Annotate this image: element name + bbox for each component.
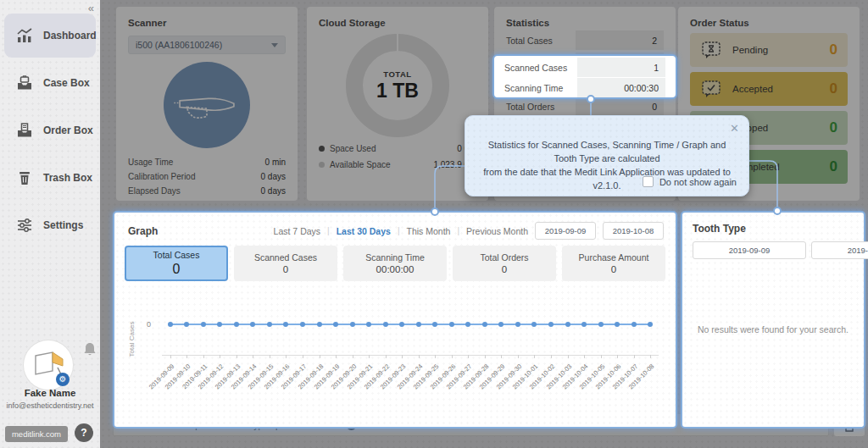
sidebar-nav: Dashboard Case Box Order Box (0, 14, 100, 251)
data-point-cell (509, 319, 526, 329)
data-point-cell (427, 319, 444, 329)
stat-label: Scanning Time (504, 83, 563, 93)
stat-row-scanning-time-highlight: Scanning Time 00:00:30 (504, 78, 665, 97)
meditlink-site-button[interactable]: meditlink.com (5, 426, 68, 442)
filter-last-30-days[interactable]: Last 30 Days (337, 226, 391, 236)
plot-area: 2019-09-092019-09-102019-09-112019-09-12… (162, 293, 659, 422)
user-email: info@estheticdentistry.net (0, 401, 100, 410)
app-window: « Dashboard Case Box (0, 0, 868, 448)
tab-total-cases[interactable]: Total Cases 0 (125, 246, 228, 281)
data-point (283, 322, 288, 327)
do-not-show-again-checkbox[interactable] (643, 176, 654, 187)
filter-divider: | (327, 226, 330, 235)
data-point (333, 322, 338, 327)
data-point (250, 322, 255, 327)
graph-metric-tabs: Total Cases 0 Scanned Cases 0 Scanning T… (125, 246, 665, 281)
data-point-cell (443, 319, 460, 329)
case-box-icon (15, 74, 34, 92)
data-point-cell (162, 319, 179, 329)
tooth-date-to-input[interactable] (811, 241, 868, 259)
filter-previous-month[interactable]: Previous Month (466, 226, 528, 236)
data-point-cell (278, 319, 295, 329)
data-point-cell (311, 319, 328, 329)
data-point (482, 322, 487, 327)
data-point-cell (179, 319, 196, 329)
data-point (598, 322, 604, 327)
data-point-cell (245, 319, 262, 329)
question-mark-icon: ? (81, 427, 86, 439)
user-name: Fake Name (0, 388, 100, 398)
data-point-cell (261, 319, 278, 329)
tab-scanning-time[interactable]: Scanning Time 00:00:00 (343, 246, 447, 281)
sidebar-item-case-box[interactable]: Case Box (4, 61, 96, 105)
y-axis-title: Total Cases (126, 300, 138, 378)
data-point-cell (542, 319, 559, 329)
tab-value: 0 (611, 264, 616, 274)
tab-label: Total Orders (480, 252, 528, 263)
data-point (217, 322, 222, 327)
tab-total-orders[interactable]: Total Orders 0 (453, 246, 556, 281)
order-box-icon (15, 121, 34, 140)
tab-label: Scanned Cases (254, 252, 317, 263)
sidebar-item-label: Trash Box (43, 172, 92, 184)
filter-last-7-days[interactable]: Last 7 Days (274, 226, 320, 236)
graph-header: Graph Last 7 Days | Last 30 Days | This … (128, 222, 664, 240)
graph-date-from-input[interactable] (535, 222, 596, 240)
data-point (168, 322, 173, 327)
data-point-cell (526, 319, 543, 329)
do-not-show-again-control[interactable]: Do not show again (643, 176, 737, 187)
sidebar: « Dashboard Case Box (0, 0, 100, 448)
graph-date-to-input[interactable] (603, 222, 664, 240)
tab-purchase-amount[interactable]: Purchase Amount 0 (562, 246, 665, 281)
data-point-cell (327, 319, 344, 329)
notification-bell-icon[interactable] (81, 340, 98, 362)
statistics-info-popup: ✕ Statistics for Scanned Cases, Scanning… (465, 115, 749, 196)
sidebar-item-order-box[interactable]: Order Box (4, 108, 96, 152)
gear-badge-icon: ⚙ (56, 373, 70, 386)
settings-sliders-icon (15, 216, 34, 235)
tooth-date-from-input[interactable] (693, 241, 806, 259)
tab-value: 00:00:00 (376, 264, 415, 274)
data-point (201, 322, 206, 327)
sidebar-collapse-icon[interactable]: « (88, 2, 94, 14)
graph-panel: Graph Last 7 Days | Last 30 Days | This … (113, 211, 677, 429)
statistics-highlight-box: Scanned Cases 1 Scanning Time 00:00:30 (492, 54, 677, 99)
tab-label: Total Cases (153, 250, 200, 260)
data-point (465, 322, 470, 327)
tab-label: Scanning Time (365, 252, 424, 263)
data-point (565, 322, 570, 327)
stat-row-scanned-cases-highlight: Scanned Cases 1 (504, 58, 665, 77)
data-point-cell (642, 319, 659, 329)
close-icon[interactable]: ✕ (730, 122, 739, 135)
data-point-cell (609, 319, 626, 329)
data-point-cell (559, 319, 576, 329)
data-point-cell (212, 319, 229, 329)
do-not-show-again-label: Do not show again (659, 177, 737, 187)
data-point-cell (344, 319, 361, 329)
y-axis-tick-label: 0 (147, 320, 151, 329)
data-point (531, 322, 537, 327)
filter-this-month[interactable]: This Month (407, 226, 451, 236)
date-range-filters: Last 7 Days | Last 30 Days | This Month … (274, 222, 664, 240)
data-point-cell (410, 319, 427, 329)
tab-value: 0 (283, 264, 288, 274)
empty-results-message: No results were found for your search. (682, 324, 864, 335)
data-point-cell (593, 319, 609, 329)
data-point (399, 322, 404, 327)
help-support-button[interactable]: ? (75, 423, 93, 442)
tab-value: 0 (502, 264, 507, 274)
data-point-cell (228, 319, 245, 329)
avatar[interactable]: ⚙ (24, 340, 73, 390)
tooth-type-panel: Tooth Type No results were found for you… (681, 211, 865, 429)
data-point (234, 322, 239, 327)
data-point (350, 322, 355, 327)
data-point-cell (393, 319, 410, 329)
data-point (432, 322, 437, 327)
dashboard-chart-icon (15, 26, 34, 45)
tab-scanned-cases[interactable]: Scanned Cases 0 (234, 246, 337, 281)
sidebar-item-dashboard[interactable]: Dashboard (4, 14, 96, 58)
data-point (383, 322, 388, 327)
sidebar-item-trash-box[interactable]: Trash Box (4, 156, 96, 200)
sidebar-item-settings[interactable]: Settings (4, 203, 96, 247)
data-point (317, 322, 322, 327)
